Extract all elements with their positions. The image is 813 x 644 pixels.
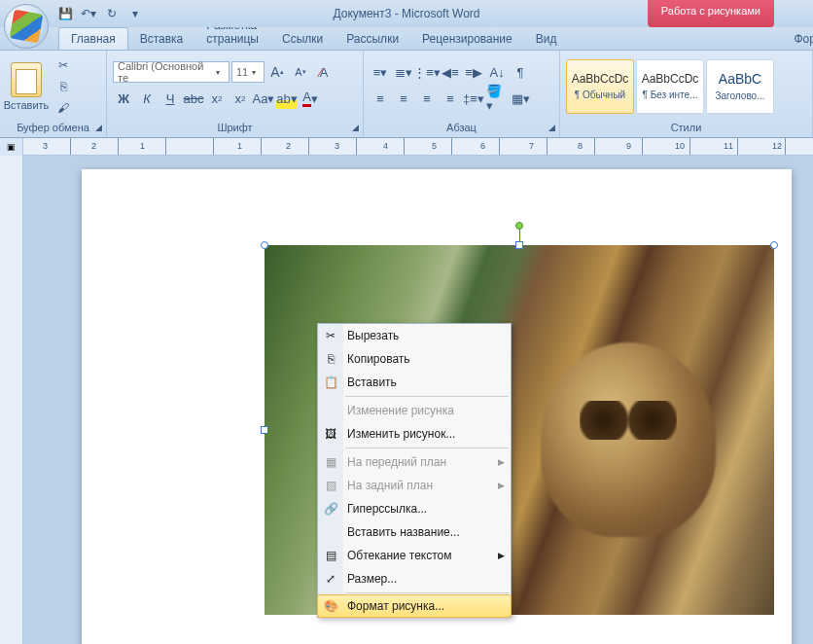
picture-tools-tab-header: Работа с рисунками (648, 0, 774, 27)
font-name-combo[interactable]: Calibri (Основной те▾ (113, 61, 230, 83)
menu-separator (345, 592, 509, 593)
group-paragraph: ≡▾ ≣▾ ⋮≡▾ ◀≡ ≡▶ A↓ ¶ ≡ ≡ ≡ ≡ ‡≡▾ 🪣▾ ▦▾ А… (364, 51, 560, 137)
italic-button[interactable]: К (136, 88, 158, 109)
clipboard-launcher[interactable]: ◢ (95, 123, 102, 132)
style-no-spacing[interactable]: AaBbCcDc ¶ Без инте... (636, 59, 704, 114)
subscript-button[interactable]: x2 (206, 88, 228, 109)
paste-button[interactable]: Вставить (4, 54, 49, 120)
rotation-handle[interactable] (515, 222, 523, 230)
hyperlink-icon: 🔗 (322, 500, 339, 518)
qat-customize[interactable]: ▾ (124, 3, 146, 24)
submenu-arrow-icon: ▶ (498, 481, 505, 490)
paste-label: Вставить (4, 99, 50, 111)
ribbon-tabs: Главная Вставка Разметка страницы Ссылки… (0, 27, 813, 51)
menu-bring-front: ▦На передний план▶ (318, 450, 511, 474)
menu-insert-caption[interactable]: Вставить название... (318, 520, 511, 544)
bold-button[interactable]: Ж (113, 88, 134, 109)
office-button[interactable] (4, 4, 49, 49)
line-spacing-button[interactable]: ‡≡▾ (463, 88, 484, 109)
menu-text-wrapping[interactable]: ▤Обтекание текстом▶ (318, 544, 511, 567)
copy-button[interactable]: ⎘ (53, 77, 74, 96)
resize-handle-tr[interactable] (770, 241, 778, 249)
menu-cut[interactable]: ✂Вырезать (318, 324, 511, 347)
resize-handle-tl[interactable] (261, 241, 268, 249)
decrease-indent-button[interactable]: ◀≡ (440, 61, 461, 83)
menu-edit-picture: Изменение рисунка (318, 399, 511, 422)
para-launcher[interactable]: ◢ (548, 123, 555, 132)
highlight-button[interactable]: ab▾ (276, 88, 298, 109)
cut-icon: ✂ (322, 327, 339, 344)
increase-indent-button[interactable]: ≡▶ (463, 61, 484, 83)
align-left-button[interactable]: ≡ (370, 88, 391, 109)
change-case-button[interactable]: Aa▾ (253, 88, 274, 109)
group-styles: AaBbCcDc ¶ Обычный AaBbCcDc ¶ Без инте..… (560, 51, 813, 137)
tab-review[interactable]: Рецензирование (410, 28, 524, 50)
align-center-button[interactable]: ≡ (393, 88, 414, 109)
cut-button[interactable]: ✂ (53, 55, 74, 75)
context-menu: ✂Вырезать ⎘Копировать 📋Вставить Изменени… (317, 323, 512, 618)
tab-mailings[interactable]: Рассылки (335, 28, 410, 50)
tab-view[interactable]: Вид (524, 28, 569, 50)
justify-button[interactable]: ≡ (440, 88, 461, 109)
group-label-clipboard: Буфер обмена (17, 122, 89, 133)
undo-button[interactable]: ↶▾ (78, 3, 99, 24)
tab-home[interactable]: Главная (58, 27, 128, 50)
send-back-icon: ▧ (322, 477, 339, 494)
menu-send-back: ▧На задний план▶ (318, 474, 511, 497)
menu-size[interactable]: ⤢Размер... (318, 567, 511, 590)
menu-hyperlink[interactable]: 🔗Гиперссылка... (318, 497, 511, 520)
group-label-styles: Стили (671, 122, 702, 133)
strikethrough-button[interactable]: abc (183, 88, 204, 109)
save-button[interactable]: 💾 (54, 3, 76, 24)
resize-handle-lm[interactable] (261, 426, 268, 434)
numbering-button[interactable]: ≣▾ (393, 61, 414, 83)
style-heading1[interactable]: AaBbC Заголово... (706, 59, 774, 114)
group-clipboard: Вставить ✂ ⎘ 🖌 Буфер обмена◢ (0, 51, 107, 137)
font-size-combo[interactable]: 11▾ (231, 61, 265, 83)
copy-icon: ⎘ (322, 350, 339, 368)
borders-button[interactable]: ▦▾ (510, 88, 531, 109)
font-color-button[interactable]: A▾ (300, 88, 321, 109)
format-picture-icon: 🎨 (322, 597, 339, 615)
bullets-button[interactable]: ≡▾ (370, 61, 391, 83)
menu-paste[interactable]: 📋Вставить (318, 371, 511, 394)
rotation-stem (519, 230, 520, 241)
shading-button[interactable]: 🪣▾ (486, 88, 508, 109)
paste-icon (11, 62, 42, 97)
ruler-horizontal[interactable]: ▣ 321 123 456 789 101112 (0, 138, 813, 156)
tab-format[interactable]: Формат (782, 28, 813, 50)
title-bar: 💾 ↶▾ ↻ ▾ Документ3 - Microsoft Word Рабо… (0, 0, 813, 27)
underline-button[interactable]: Ч (159, 88, 181, 109)
group-label-font: Шрифт (217, 122, 252, 133)
sort-button[interactable]: A↓ (486, 61, 508, 83)
paste-icon: 📋 (322, 374, 339, 391)
show-marks-button[interactable]: ¶ (510, 61, 531, 83)
redo-button[interactable]: ↻ (101, 3, 123, 24)
menu-format-picture[interactable]: 🎨Формат рисунка... (317, 594, 512, 618)
wrap-icon: ▤ (322, 547, 339, 564)
submenu-arrow-icon: ▶ (498, 457, 505, 467)
submenu-arrow-icon: ▶ (498, 551, 505, 560)
group-label-paragraph: Абзац (446, 122, 477, 133)
shrink-font-button[interactable]: A▾ (290, 61, 311, 83)
format-painter-button[interactable]: 🖌 (53, 98, 74, 118)
ruler-vertical[interactable] (0, 156, 23, 644)
ruler-h-scale: 321 123 456 789 101112 (23, 138, 813, 155)
superscript-button[interactable]: x2 (230, 88, 251, 109)
style-gallery[interactable]: AaBbCcDc ¶ Обычный AaBbCcDc ¶ Без инте..… (566, 59, 774, 114)
tab-insert[interactable]: Вставка (128, 28, 195, 50)
style-normal[interactable]: AaBbCcDc ¶ Обычный (566, 59, 634, 114)
font-launcher[interactable]: ◢ (352, 123, 359, 132)
quick-access-toolbar: 💾 ↶▾ ↻ ▾ (54, 3, 146, 24)
multilevel-button[interactable]: ⋮≡▾ (416, 61, 438, 83)
clear-format-button[interactable]: A∕ (313, 61, 335, 83)
menu-change-picture[interactable]: 🖼Изменить рисунок... (318, 422, 511, 446)
menu-copy[interactable]: ⎘Копировать (318, 347, 511, 371)
grow-font-button[interactable]: A▴ (266, 61, 288, 83)
align-right-button[interactable]: ≡ (416, 88, 438, 109)
tab-references[interactable]: Ссылки (270, 28, 335, 50)
window-title: Документ3 - Microsoft Word (333, 7, 479, 20)
size-icon: ⤢ (322, 570, 339, 588)
resize-handle-tm[interactable] (515, 241, 523, 249)
ruler-corner[interactable]: ▣ (0, 138, 23, 156)
